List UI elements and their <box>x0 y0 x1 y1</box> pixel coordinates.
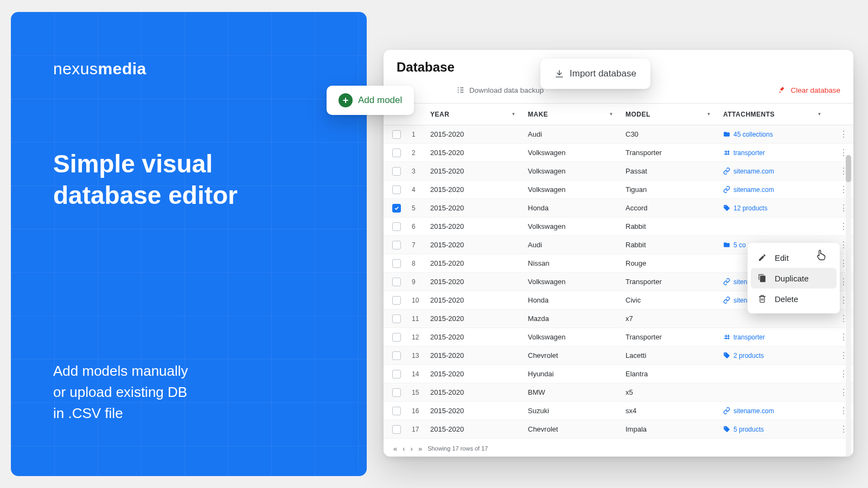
row-checkbox[interactable] <box>392 407 401 415</box>
row-checkbox[interactable] <box>392 278 401 286</box>
row-index: 8 <box>412 260 430 267</box>
table-row[interactable]: 3 2015-2020 Volkswagen Passat sitename.c… <box>384 162 853 181</box>
page-prev-button[interactable]: ‹ <box>403 445 405 453</box>
table-row[interactable]: 2 2015-2020 Volkswagen Transporter trans… <box>384 144 853 162</box>
cell-model: x7 <box>626 314 723 323</box>
attachment-link[interactable]: transporter <box>723 149 834 157</box>
row-checkbox[interactable] <box>392 130 401 139</box>
cell-make: Suzuki <box>528 407 626 415</box>
attachment-link[interactable]: transporter <box>723 333 834 341</box>
brand-bold: media <box>98 60 146 78</box>
row-index: 1 <box>412 131 430 138</box>
cell-year: 2015-2020 <box>430 204 528 212</box>
row-checkbox[interactable] <box>392 425 401 434</box>
row-checkbox[interactable] <box>392 296 401 305</box>
hero-subhead: Add models manually or upload existing D… <box>53 361 188 424</box>
row-index: 11 <box>412 315 430 323</box>
cell-model: Passat <box>626 167 723 175</box>
row-checkbox[interactable] <box>392 351 401 360</box>
table-row[interactable]: 5 2015-2020 Honda Accord 12 products ⋮ <box>384 199 853 217</box>
attachment-link[interactable]: sitename.com <box>723 168 834 175</box>
table-row[interactable]: 12 2015-2020 Volkswagen Transporter tran… <box>384 328 853 346</box>
table-row[interactable]: 6 2015-2020 Volkswagen Rabbit ⋮ <box>384 217 853 236</box>
cell-year: 2015-2020 <box>430 222 528 230</box>
cell-attachments: 5 products <box>723 426 834 433</box>
brand-logo: nexusmedia <box>53 60 324 78</box>
download-backup-button[interactable]: Download data backup <box>456 86 544 94</box>
row-index: 3 <box>412 168 430 175</box>
ctx-edit[interactable]: Edit <box>751 247 837 268</box>
scrollbar[interactable] <box>846 155 851 457</box>
broom-icon <box>778 86 786 94</box>
cell-make: Volkswagen <box>528 278 626 286</box>
attachment-link[interactable]: 45 collections <box>723 131 834 138</box>
row-checkbox[interactable] <box>392 314 401 323</box>
cell-year: 2015-2020 <box>430 296 528 304</box>
row-checkbox[interactable] <box>392 149 401 157</box>
attachment-link[interactable]: 5 products <box>723 426 834 433</box>
plus-icon: + <box>339 93 353 107</box>
cell-model: Rouge <box>626 259 723 267</box>
row-index: 13 <box>412 352 430 359</box>
row-checkbox[interactable] <box>392 333 401 342</box>
row-checkbox[interactable] <box>392 370 401 378</box>
cell-year: 2015-2020 <box>430 351 528 359</box>
col-make[interactable]: MAKE▼ <box>528 111 626 118</box>
sort-icon: ▼ <box>512 112 516 117</box>
table-row[interactable]: 14 2015-2020 Hyundai Elantra ⋮ <box>384 365 853 383</box>
table-row[interactable]: 15 2015-2020 BMW x5 ⋮ <box>384 383 853 402</box>
attachment-link[interactable]: 2 products <box>723 352 834 359</box>
row-more-button[interactable]: ⋮ <box>834 129 853 139</box>
page-first-button[interactable]: « <box>393 445 397 453</box>
table-row[interactable]: 13 2015-2020 Chevrolet Lacetti 2 product… <box>384 346 853 365</box>
ctx-delete[interactable]: Delete <box>751 288 837 309</box>
table-row[interactable]: 1 2015-2020 Audi C30 45 collections ⋮ <box>384 125 853 144</box>
page-next-button[interactable]: › <box>411 445 413 453</box>
col-attachments[interactable]: ATTACHMENTS▼ <box>723 111 834 118</box>
cell-attachments: sitename.com <box>723 407 834 415</box>
cell-model: Rabbit <box>626 222 723 230</box>
duplicate-icon <box>757 273 767 283</box>
col-year[interactable]: YEAR▼ <box>430 111 528 118</box>
row-checkbox[interactable] <box>392 222 401 231</box>
table-row[interactable]: 17 2015-2020 Chevrolet Impala 5 products… <box>384 420 853 439</box>
cell-year: 2015-2020 <box>430 259 528 267</box>
sort-icon: ▼ <box>609 112 614 117</box>
page-last-button[interactable]: » <box>418 445 422 453</box>
cell-year: 2015-2020 <box>430 167 528 175</box>
row-checkbox[interactable] <box>392 241 401 249</box>
clear-database-button[interactable]: Clear database <box>778 86 840 94</box>
row-index: 2 <box>412 149 430 157</box>
cell-make: Honda <box>528 296 626 304</box>
cell-model: Lacetti <box>626 351 723 359</box>
cell-attachments: 12 products <box>723 204 834 212</box>
ctx-duplicate[interactable]: Duplicate <box>751 268 837 288</box>
cell-model: Impala <box>626 425 723 433</box>
cell-year: 2015-2020 <box>430 407 528 415</box>
attachment-link[interactable]: sitename.com <box>723 407 834 415</box>
cell-make: Nissan <box>528 259 626 267</box>
sort-icon: ▼ <box>707 112 711 117</box>
hero-panel: nexusmedia Simple visual database editor… <box>11 12 367 476</box>
row-checkbox[interactable] <box>392 204 401 213</box>
scrollbar-thumb[interactable] <box>846 155 851 182</box>
row-checkbox[interactable] <box>392 259 401 268</box>
cell-year: 2015-2020 <box>430 185 528 194</box>
row-index: 4 <box>412 186 430 194</box>
row-index: 10 <box>412 297 430 304</box>
cell-model: Tiguan <box>626 185 723 194</box>
row-index: 12 <box>412 333 430 341</box>
row-checkbox[interactable] <box>392 167 401 176</box>
table-row[interactable]: 16 2015-2020 Suzuki sx4 sitename.com ⋮ <box>384 402 853 420</box>
row-checkbox[interactable] <box>392 185 401 194</box>
attachment-link[interactable]: 12 products <box>723 204 834 212</box>
cell-model: sx4 <box>626 407 723 415</box>
attachment-link[interactable]: sitename.com <box>723 186 834 194</box>
row-checkbox[interactable] <box>392 388 401 397</box>
import-database-button[interactable]: Import database <box>540 59 650 89</box>
col-model[interactable]: MODEL▼ <box>626 111 723 118</box>
add-model-button[interactable]: + Add model <box>327 86 414 115</box>
trash-icon <box>757 294 767 304</box>
table-row[interactable]: 4 2015-2020 Volkswagen Tiguan sitename.c… <box>384 181 853 199</box>
cell-attachments: transporter <box>723 149 834 157</box>
